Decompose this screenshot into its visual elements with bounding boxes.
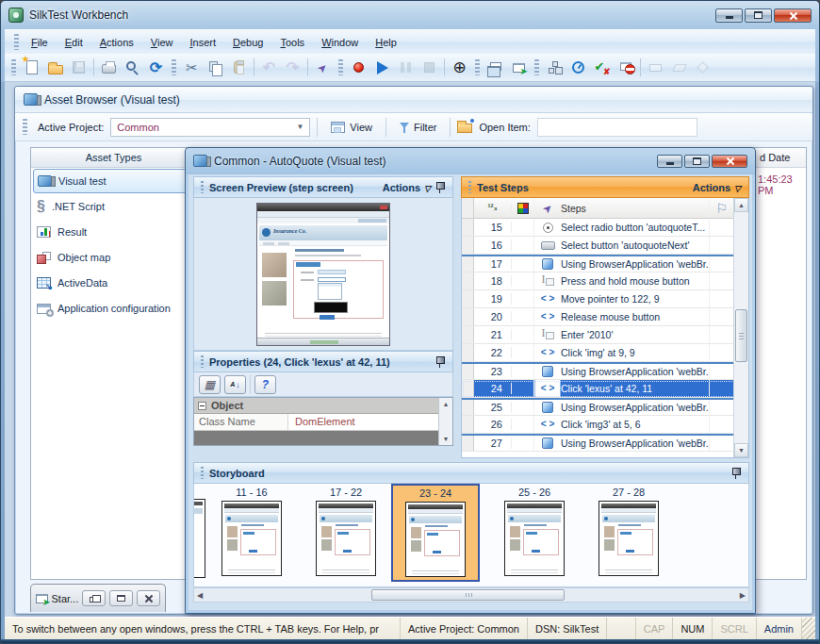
active-project-combobox[interactable]: Common ▼ bbox=[110, 118, 310, 137]
view-button[interactable]: View bbox=[324, 119, 379, 136]
scroll-up-icon[interactable]: ▲ bbox=[443, 401, 450, 407]
undo-button[interactable] bbox=[257, 57, 281, 79]
menubar-grip-handle[interactable] bbox=[14, 34, 19, 50]
menu-item-insert[interactable]: Insert bbox=[181, 33, 224, 52]
menu-item-debug[interactable]: Debug bbox=[224, 33, 271, 52]
actions-dropdown-icon[interactable] bbox=[424, 182, 431, 193]
minimized-window[interactable]: Star... bbox=[30, 584, 166, 612]
asset-type-result[interactable]: Result bbox=[33, 220, 194, 244]
window-titlebar[interactable]: SilkTest Workbench bbox=[1, 1, 819, 29]
minimize-button[interactable] bbox=[715, 8, 743, 23]
test-step-row[interactable]: 17 Using BrowserApplication 'webBr... bbox=[462, 255, 748, 272]
screenshot-column-header[interactable] bbox=[512, 198, 534, 218]
filter-button[interactable]: Filter bbox=[393, 119, 443, 136]
steps-column-header[interactable]: Steps bbox=[561, 203, 709, 214]
toolbar-grip-handle[interactable] bbox=[23, 119, 27, 135]
property-value[interactable]: DomElement bbox=[288, 414, 438, 430]
open-button[interactable] bbox=[43, 57, 67, 79]
test-step-row[interactable]: 15 Select radio button 'autoquoteT... bbox=[462, 219, 748, 237]
shape-rect-button[interactable] bbox=[644, 57, 667, 79]
property-grid-scrollbar[interactable]: ▲ ▼ bbox=[438, 398, 452, 445]
open-item-input[interactable] bbox=[537, 118, 697, 137]
storyboard-item-23-24[interactable]: 23 - 24 bbox=[391, 484, 480, 582]
scroll-right-button[interactable]: ▶ bbox=[740, 591, 746, 600]
redo-button[interactable] bbox=[281, 57, 304, 79]
print-button[interactable] bbox=[97, 57, 121, 79]
test-step-row[interactable]: 27 Using BrowserApplication 'webBr... bbox=[462, 434, 748, 452]
maximize-button[interactable] bbox=[109, 590, 133, 606]
storyboard-item-27-28[interactable]: 27 - 28 bbox=[599, 484, 659, 576]
asset-browser-titlebar[interactable]: Asset Browser (Visual test) bbox=[15, 87, 812, 113]
collapse-icon[interactable] bbox=[198, 402, 206, 410]
test-step-row[interactable]: 23 Using BrowserApplication 'webBr... bbox=[462, 362, 748, 380]
record-button[interactable] bbox=[347, 57, 370, 79]
play-button[interactable] bbox=[370, 57, 394, 79]
shape-diamond-button[interactable] bbox=[691, 57, 714, 79]
navigate-button[interactable] bbox=[311, 57, 335, 79]
test-step-row[interactable]: 19 Move pointer to 122, 9 bbox=[462, 290, 748, 308]
toolbar-grip-handle[interactable] bbox=[534, 59, 539, 75]
test-step-row[interactable]: 24 Click 'lexus' at 42, 11 bbox=[462, 380, 748, 398]
test-step-row[interactable]: 21 Enter '2010' bbox=[462, 326, 748, 344]
export-button[interactable] bbox=[507, 57, 531, 79]
scroll-down-button[interactable]: ▼ bbox=[734, 443, 748, 457]
action-column-header[interactable] bbox=[534, 198, 561, 218]
toolbar-grip-handle[interactable] bbox=[338, 59, 343, 75]
restore-button[interactable] bbox=[82, 590, 106, 606]
verify-button[interactable] bbox=[590, 57, 614, 79]
toolbar-grip-handle[interactable] bbox=[172, 59, 176, 75]
asset-type-activedata[interactable]: ActiveData bbox=[33, 271, 194, 295]
print-preview-button[interactable] bbox=[121, 57, 144, 79]
copy-button[interactable] bbox=[204, 57, 227, 79]
shape-parallelogram-button[interactable] bbox=[667, 57, 691, 79]
asset-type-visual-test[interactable]: Visual test bbox=[33, 169, 194, 193]
copy-window-button[interactable] bbox=[484, 57, 507, 79]
storyboard-item-25-26[interactable]: 25 - 26 bbox=[504, 484, 565, 576]
close-button[interactable] bbox=[774, 8, 812, 23]
menu-item-window[interactable]: Window bbox=[313, 33, 367, 52]
save-button[interactable] bbox=[67, 57, 90, 79]
stop-button[interactable] bbox=[418, 57, 441, 79]
close-button[interactable] bbox=[712, 155, 747, 168]
storyboard-item-17-22[interactable]: 17 - 22 bbox=[316, 484, 376, 576]
maximize-button[interactable] bbox=[684, 155, 710, 168]
menu-item-edit[interactable]: Edit bbox=[57, 33, 91, 52]
asset-type-net-script[interactable]: .NET Script bbox=[33, 194, 194, 219]
categorized-view-button[interactable] bbox=[199, 375, 221, 394]
maximize-button[interactable] bbox=[745, 8, 772, 23]
menu-item-file[interactable]: File bbox=[23, 33, 57, 52]
pause-button[interactable] bbox=[394, 57, 418, 79]
storyboard-item-11-16[interactable]: 11 - 16 bbox=[221, 484, 282, 576]
test-step-row[interactable]: 26 Click 'img3' at 5, 6 bbox=[462, 416, 748, 434]
step-number-column-header[interactable] bbox=[474, 204, 512, 212]
new-asset-button[interactable] bbox=[20, 57, 43, 79]
toolbar-grip-handle[interactable] bbox=[475, 59, 480, 75]
test-step-row[interactable]: 20 Release mouse button bbox=[462, 308, 748, 326]
test-steps-actions-button[interactable]: Actions bbox=[693, 182, 730, 193]
help-button[interactable] bbox=[254, 375, 276, 394]
actions-dropdown-icon[interactable] bbox=[734, 182, 741, 193]
pin-icon[interactable] bbox=[730, 467, 741, 479]
toolbar-grip-handle[interactable] bbox=[11, 59, 16, 75]
test-step-row[interactable]: 18 Press and hold mouse button bbox=[462, 272, 748, 290]
property-row[interactable]: Class NameDomElement bbox=[194, 414, 438, 431]
identify-button[interactable] bbox=[448, 57, 471, 79]
resize-grip[interactable] bbox=[802, 618, 815, 639]
menu-item-view[interactable]: View bbox=[142, 33, 182, 52]
pin-icon[interactable] bbox=[435, 181, 445, 193]
minimize-button[interactable] bbox=[657, 155, 682, 168]
test-step-row[interactable]: 16 Select button 'autoquoteNext' bbox=[462, 237, 748, 255]
cut-button[interactable] bbox=[180, 57, 204, 79]
scroll-down-icon[interactable]: ▼ bbox=[443, 436, 450, 442]
scroll-left-button[interactable]: ◀ bbox=[197, 591, 203, 600]
pin-icon[interactable] bbox=[435, 355, 445, 368]
screen-preview-actions-button[interactable]: Actions bbox=[383, 182, 420, 193]
test-steps-scrollbar[interactable]: ▲ ▼ bbox=[733, 198, 748, 457]
paste-button[interactable] bbox=[227, 57, 251, 79]
disable-button[interactable] bbox=[614, 57, 637, 79]
menu-item-actions[interactable]: Actions bbox=[91, 33, 142, 52]
property-group-row[interactable]: Object bbox=[194, 398, 438, 414]
storyboard-scrollbar[interactable]: ◀ ▶ bbox=[193, 587, 749, 603]
close-button[interactable] bbox=[137, 590, 160, 606]
flowchart-button[interactable] bbox=[543, 57, 566, 79]
